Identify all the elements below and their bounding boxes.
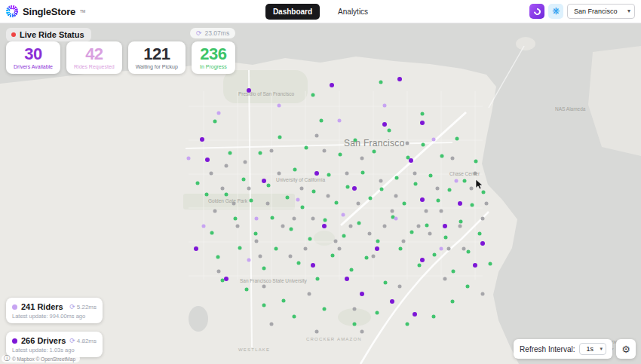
query-latency-value: 23.07ms bbox=[205, 29, 230, 37]
stat-value: 30 bbox=[14, 44, 53, 63]
map-canvas[interactable]: San FranciscoPresidio of San FranciscoUn… bbox=[0, 23, 641, 364]
live-status-label: Live Ride Status bbox=[20, 30, 84, 39]
stat-card-in-progress: 236 In Progress bbox=[192, 41, 235, 74]
header-right: ❋ San Francisco ▾ bbox=[529, 4, 635, 19]
mouse-cursor bbox=[475, 179, 484, 190]
refresh-icon: ⟳ bbox=[69, 304, 75, 310]
stat-value: 121 bbox=[136, 44, 178, 63]
asterisk-icon: ❋ bbox=[552, 7, 560, 16]
brand: SingleStore TM bbox=[6, 5, 85, 17]
city-select[interactable]: San Francisco ▾ bbox=[567, 4, 635, 19]
live-status-badge: Live Ride Status bbox=[6, 28, 91, 41]
riders-card: 241 Riders ⟳ 5.22ms Latest update: 994.0… bbox=[6, 298, 103, 323]
gear-icon: ⚙ bbox=[621, 344, 630, 355]
drivers-latency-value: 4.82ms bbox=[77, 338, 97, 344]
swirl-icon bbox=[532, 7, 542, 17]
query-latency-badge: ⟳ 23.07ms bbox=[190, 28, 235, 38]
riders-latency-value: 5.22ms bbox=[77, 304, 97, 310]
legend-dot-drivers bbox=[12, 338, 17, 344]
tab-dashboard[interactable]: Dashboard bbox=[265, 4, 320, 20]
app-root: SingleStore TM Dashboard Analytics ❋ San… bbox=[0, 0, 641, 364]
stats-row: 30 Drivers Available 42 Rides Requested … bbox=[6, 41, 235, 74]
stat-card-rides-requested: 42 Rides Requested bbox=[66, 41, 122, 74]
brand-name: SingleStore bbox=[23, 6, 75, 17]
stat-card-drivers-available: 30 Drivers Available bbox=[6, 41, 60, 74]
map-style-toggle-button[interactable]: ❋ bbox=[548, 4, 563, 19]
riders-latency: ⟳ 5.22ms bbox=[69, 304, 97, 310]
refresh-icon: ⟳ bbox=[196, 30, 202, 37]
drivers-card-header: 266 Drivers ⟳ 4.82ms bbox=[12, 336, 97, 345]
tab-analytics[interactable]: Analytics bbox=[330, 4, 376, 20]
city-select-value: San Francisco bbox=[574, 8, 618, 15]
drivers-count: 266 Drivers bbox=[21, 336, 66, 345]
stat-label: Rides Requested bbox=[74, 64, 115, 69]
info-icon: ⓘ bbox=[4, 356, 10, 362]
stat-label: In Progress bbox=[199, 64, 228, 69]
riders-card-header: 241 Riders ⟳ 5.22ms bbox=[12, 302, 97, 311]
drivers-latency: ⟳ 4.82ms bbox=[69, 338, 97, 344]
attribution-text: © Mapbox © OpenStreetMap bbox=[12, 356, 75, 362]
stat-label: Drivers Available bbox=[14, 64, 53, 69]
app-header: SingleStore TM Dashboard Analytics ❋ San… bbox=[0, 0, 641, 23]
drivers-card: 266 Drivers ⟳ 4.82ms Latest update: 1.03… bbox=[6, 332, 103, 357]
refresh-interval-label: Refresh Interval: bbox=[520, 345, 575, 353]
refresh-interval-select[interactable]: 1s ▾ bbox=[579, 343, 606, 355]
legend-dot-riders bbox=[12, 304, 17, 310]
chevron-down-icon: ▾ bbox=[627, 8, 630, 14]
theme-toggle-purple-button[interactable] bbox=[529, 4, 544, 19]
singlestore-logo-icon bbox=[6, 5, 18, 17]
stat-card-waiting-pickup: 121 Waiting for Pickup bbox=[128, 41, 186, 74]
stat-label: Waiting for Pickup bbox=[136, 64, 178, 69]
brand-trademark: TM bbox=[80, 9, 85, 14]
refresh-interval-value: 1s bbox=[586, 345, 593, 353]
refresh-interval-panel: Refresh Interval: 1s ▾ bbox=[514, 339, 612, 359]
live-dot-icon bbox=[11, 32, 16, 37]
map-settings-button[interactable]: ⚙ bbox=[616, 339, 636, 359]
map-attribution[interactable]: ⓘ © Mapbox © OpenStreetMap bbox=[2, 355, 80, 362]
refresh-icon: ⟳ bbox=[69, 338, 75, 344]
chevron-down-icon: ▾ bbox=[600, 346, 603, 352]
riders-last-update: Latest update: 994.00ms ago bbox=[12, 313, 97, 320]
stat-value: 42 bbox=[74, 44, 115, 63]
stat-value: 236 bbox=[199, 44, 228, 63]
drivers-last-update: Latest update: 1.03s ago bbox=[12, 347, 97, 353]
riders-count: 241 Riders bbox=[21, 302, 63, 311]
